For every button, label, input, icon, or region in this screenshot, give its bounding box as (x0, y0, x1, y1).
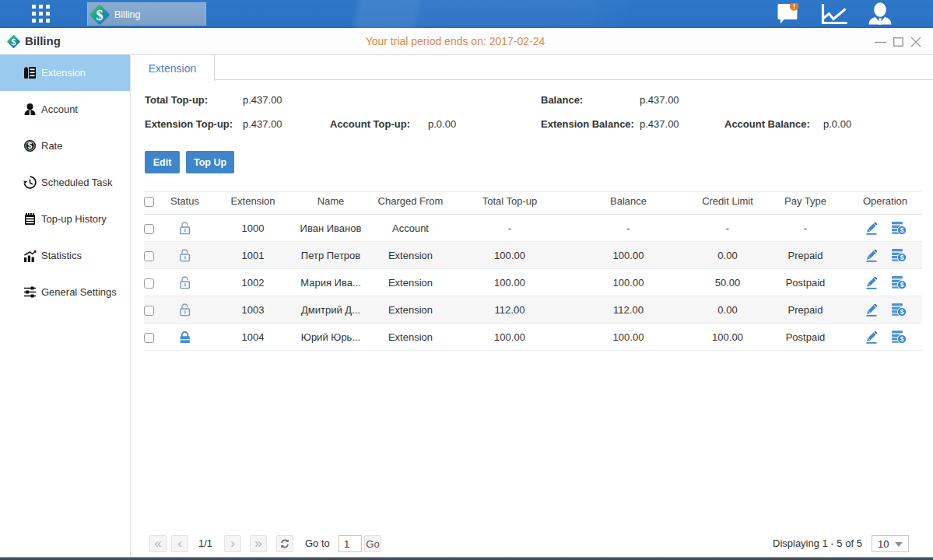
svg-text:$: $ (900, 308, 904, 316)
svg-text:$: $ (900, 335, 904, 343)
svg-text:$: $ (28, 141, 33, 150)
svg-text:$: $ (900, 281, 904, 289)
svg-text:$: $ (96, 7, 103, 23)
svg-text:$: $ (900, 226, 904, 234)
svg-text:$: $ (900, 254, 904, 261)
